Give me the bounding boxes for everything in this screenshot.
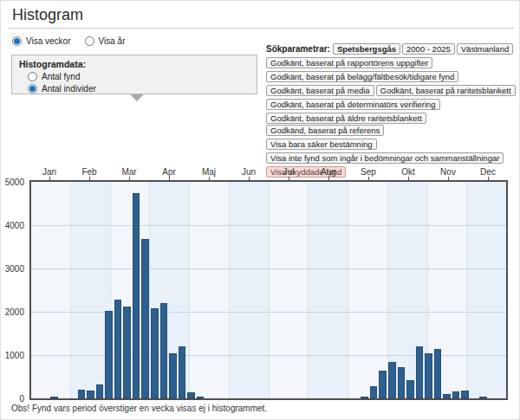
histogram-bar	[50, 397, 58, 398]
month-label: Jan	[29, 167, 69, 177]
month-column	[467, 182, 506, 398]
gridline	[31, 225, 506, 226]
filter-tag[interactable]: 2000 - 2025	[402, 43, 455, 55]
search-params-rows: Godkänt, baserat på rapportörens uppgift…	[266, 57, 519, 178]
radio-option[interactable]: Antal fynd	[28, 72, 250, 81]
histogram-bar	[114, 300, 122, 399]
histogram-bar	[78, 390, 86, 399]
histogram-bar	[461, 391, 469, 398]
box-pointer-arrow	[130, 94, 144, 101]
filter-tag[interactable]: Spetsbergsgås	[333, 43, 400, 55]
month-label: Feb	[69, 167, 109, 177]
month-column	[190, 182, 230, 398]
month-column	[230, 182, 270, 398]
search-summary-row: Sökparametrar:Spetsbergsgås2000 - 2025Vä…	[266, 43, 519, 55]
radio-option[interactable]: Visa år	[85, 36, 126, 46]
filter-tag[interactable]: Godkänd, baserat på referens	[266, 125, 384, 136]
histogram-data-box: Histogramdata: Antal fyndAntal individer	[11, 55, 257, 94]
filter-tag[interactable]: Godkänt, baserat på rapportörens uppgift…	[266, 57, 432, 68]
histogram-bar	[452, 391, 460, 399]
histogram-bar	[151, 308, 159, 399]
radio-option-label: Visa år	[99, 36, 126, 46]
filter-tag[interactable]: Godkänt, baserat på belägg/fältbesök/tid…	[266, 71, 458, 82]
view-toggle-group: Visa veckorVisa år	[12, 36, 125, 46]
month-label: Maj	[189, 167, 229, 177]
histogram-bar	[406, 380, 414, 398]
radio-option-label: Visa veckor	[26, 36, 71, 46]
radio-option-label: Antal fynd	[42, 72, 80, 81]
month-label: Jun	[229, 167, 269, 177]
filter-tag[interactable]: Godkänt, baserat på media	[266, 85, 374, 96]
histogram-bar	[123, 307, 131, 399]
month-column	[348, 182, 388, 398]
y-axis-label: 3000	[5, 264, 24, 274]
histogram-bar	[434, 349, 442, 398]
search-summary-tags: Spetsbergsgås2000 - 2025Västmanland	[333, 44, 515, 54]
radio-unselected-icon[interactable]	[28, 72, 37, 81]
histogram-bar	[370, 386, 378, 398]
chart-footnote: Obs! Fynd vars period överstiger en veck…	[11, 404, 267, 413]
histogram-bar	[398, 367, 406, 398]
y-axis: 010002000300040005000	[1, 180, 26, 400]
histogram-bar	[187, 392, 195, 398]
month-label: Aug	[309, 167, 348, 177]
filter-tag[interactable]: Godkänt, baserat på raritetsblankett	[376, 85, 516, 96]
month-column	[309, 182, 348, 398]
radio-selected-icon[interactable]	[12, 36, 22, 46]
month-label: Nov	[428, 167, 468, 177]
gridline	[31, 268, 506, 269]
histogram-bar	[179, 346, 186, 398]
month-label: Sep	[348, 167, 388, 177]
filter-tag[interactable]: Visa bara säker bestämning	[266, 139, 377, 150]
histogram-bar	[105, 311, 113, 399]
histogram-bar	[443, 394, 451, 398]
title-divider	[8, 28, 514, 29]
plot-area	[29, 180, 508, 400]
filter-tag[interactable]: Godkänt, baserat på äldre raritetsblanke…	[266, 113, 426, 124]
month-label: Okt	[388, 167, 428, 177]
month-labels-row: JanFebMarAprMajJunJulAugSepOktNovDec	[29, 167, 508, 177]
histogram-bar	[160, 303, 168, 399]
histogram-bar	[141, 239, 149, 399]
radio-option[interactable]: Visa veckor	[12, 36, 71, 46]
month-column	[270, 182, 309, 398]
filter-tag-row: Godkänt, baserat på äldre raritetsblanke…	[266, 113, 519, 137]
filter-tag-row: Godkänt, baserat på belägg/fältbesök/tid…	[266, 71, 519, 83]
y-axis-label: 5000	[5, 178, 24, 187]
histogram-bar	[416, 346, 424, 398]
histogram-data-options: Antal fyndAntal individer	[19, 72, 250, 94]
histogram-bar	[169, 353, 177, 398]
month-label: Jul	[269, 167, 309, 177]
radio-option[interactable]: Antal individer	[28, 84, 250, 94]
month-label: Mar	[109, 167, 149, 177]
month-label: Apr	[149, 167, 189, 177]
y-axis-label: 1000	[5, 351, 24, 360]
filter-tag-row: Godkänt, baserat på mediaGodkänt, basera…	[266, 85, 519, 97]
search-params-label: Sökparametrar:	[266, 44, 330, 54]
histogram-data-label: Histogramdata:	[19, 59, 250, 69]
filter-tag[interactable]: Västmanland	[457, 43, 513, 55]
page-title: Histogram	[12, 6, 83, 24]
filter-tag-row: Godkänt, baserat på rapportörens uppgift…	[266, 57, 519, 69]
histogram-bar	[388, 362, 396, 399]
y-axis-label: 2000	[5, 307, 24, 317]
histogram-bar	[133, 193, 140, 398]
histogram-bar	[361, 397, 368, 399]
histogram-bar	[379, 371, 387, 399]
month-label: Dec	[468, 167, 508, 177]
y-axis-label: 0	[19, 394, 24, 404]
histogram-bar	[425, 353, 432, 398]
month-column	[31, 182, 71, 398]
histogram-bar	[197, 397, 205, 398]
filter-tag[interactable]: Godkänt, baserat på determinatörs verifi…	[266, 99, 440, 110]
histogram-bar	[87, 391, 94, 398]
gridline	[31, 312, 506, 313]
radio-selected-icon[interactable]	[28, 84, 37, 94]
histogram-bar	[96, 384, 104, 398]
histogram-bar	[479, 397, 487, 398]
radio-option-label: Antal individer	[42, 84, 96, 94]
histogram-page: Histogram Visa veckorVisa år Histogramda…	[0, 0, 520, 420]
radio-unselected-icon[interactable]	[85, 36, 94, 46]
filter-tag-row: Visa bara säker bestämning	[266, 139, 519, 151]
filter-tag[interactable]: Visa inte fynd som ingår i bedömningar o…	[266, 152, 504, 164]
